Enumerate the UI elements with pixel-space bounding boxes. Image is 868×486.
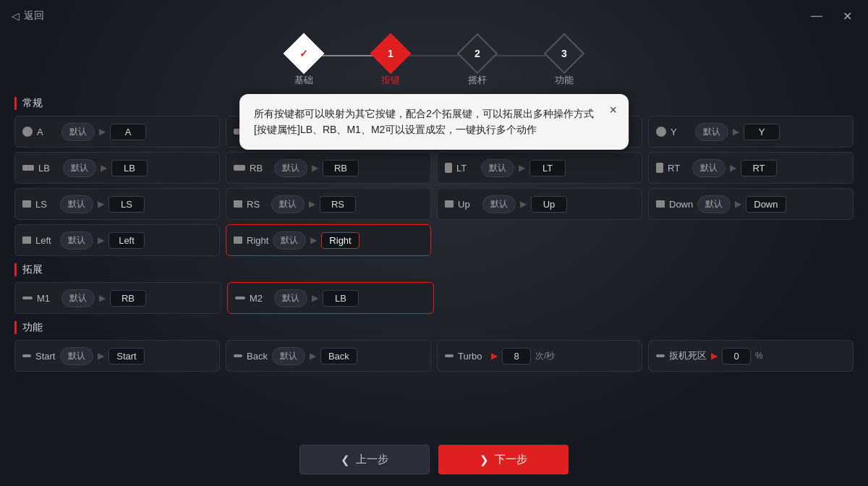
title-bar: ◁ 返回 — ✕ <box>0 0 868 32</box>
key-lb-default-btn[interactable]: 默认 <box>63 159 96 177</box>
deadzone-arrow: ▶ <box>711 351 718 361</box>
bottom-bar: ❮ 上一步 ❯ 下一步 <box>0 436 868 486</box>
step-3: 2 摇杆 <box>463 39 492 87</box>
icon-m1 <box>22 297 33 299</box>
step-1: ✓ 基础 <box>289 39 318 87</box>
back-button[interactable]: ◁ 返回 <box>12 9 44 22</box>
icon-down <box>656 200 665 208</box>
step-4-icon: 3 <box>561 48 567 59</box>
key-start-label: Start <box>35 351 56 362</box>
prev-label: 上一步 <box>356 453 388 466</box>
next-label: 下一步 <box>495 453 527 466</box>
close-button[interactable]: ✕ <box>838 8 856 25</box>
key-start-value: Start <box>109 348 145 364</box>
step-4-diamond: 3 <box>544 33 585 74</box>
key-y-arrow: ▶ <box>733 127 739 137</box>
function-row-1: Start 默认 ▶ Start Back 默认 ▶ Back Turbo ▶ … <box>14 340 854 372</box>
key-up-default-btn[interactable]: 默认 <box>482 195 516 213</box>
icon-up <box>445 200 454 208</box>
key-rs-default-btn[interactable]: 默认 <box>271 195 305 213</box>
section-expand-title: 拓展 <box>14 263 854 276</box>
step-3-icon: 2 <box>475 48 480 59</box>
key-rt-card: RT 默认 ▶ RT <box>648 152 854 184</box>
back-label: 返回 <box>24 9 44 22</box>
key-lb-arrow: ▶ <box>101 163 107 173</box>
key-lt-card: LT 默认 ▶ LT <box>437 152 642 184</box>
icon-lb <box>22 165 34 171</box>
key-rs-label: RS <box>247 199 267 210</box>
tooltip-popup: 所有按键都可以映射为其它按键，配合2个拓展键，可以拓展出多种操作方式 [按键属性… <box>239 94 629 150</box>
key-down-arrow: ▶ <box>735 199 741 209</box>
step-4-label: 功能 <box>555 74 574 87</box>
step-2-diamond: 1 <box>370 33 412 74</box>
step-3-diamond: 2 <box>457 33 498 74</box>
icon-rb <box>234 165 245 171</box>
minimize-button[interactable]: — <box>807 8 827 25</box>
icon-back <box>234 354 242 357</box>
key-a-value: A <box>110 124 146 140</box>
key-rs-arrow: ▶ <box>309 199 315 209</box>
key-ls-default-btn[interactable]: 默认 <box>60 195 93 213</box>
key-rb-default-btn[interactable]: 默认 <box>274 159 307 177</box>
turbo-arrow: ▶ <box>491 351 498 361</box>
key-start-card: Start 默认 ▶ Start <box>14 340 220 372</box>
icon-start <box>22 354 31 357</box>
key-rb-value: RB <box>323 160 359 176</box>
key-lt-default-btn[interactable]: 默认 <box>481 159 514 177</box>
key-back-default-btn[interactable]: 默认 <box>272 347 305 365</box>
key-up-card: Up 默认 ▶ Up <box>437 188 642 220</box>
key-rt-default-btn[interactable]: 默认 <box>692 159 726 177</box>
section-function-title: 功能 <box>14 321 854 334</box>
key-right-value: Right <box>321 232 359 249</box>
step-2: 1 按键 <box>376 39 405 87</box>
next-button[interactable]: ❯ 下一步 <box>438 445 569 474</box>
key-lb-label: LB <box>38 163 59 174</box>
icon-turbo <box>445 354 454 357</box>
key-start-default-btn[interactable]: 默认 <box>60 347 93 365</box>
section-expand: 拓展 M1 默认 ▶ RB M2 默认 ▶ LB <box>14 263 854 314</box>
turbo-unit: 次/秒 <box>535 350 555 362</box>
step-connector-2 <box>405 55 463 56</box>
key-start-arrow: ▶ <box>98 351 104 361</box>
key-down-card: Down 默认 ▶ Down <box>648 188 854 220</box>
tooltip-close-button[interactable]: × <box>609 103 617 118</box>
turbo-value: 8 <box>502 348 531 364</box>
key-lt-value: LT <box>529 160 566 176</box>
key-y-value: Y <box>744 124 780 140</box>
step-1-diamond: ✓ <box>284 33 325 74</box>
key-back-card: Back 默认 ▶ Back <box>226 340 431 372</box>
key-rb-label: RB <box>250 163 270 174</box>
key-placeholder-1 <box>437 224 642 256</box>
key-ls-value: LS <box>109 196 145 213</box>
key-a-label: A <box>37 127 57 137</box>
tooltip-line2: [按键属性]LB、RB、M1、M2可以设置成宏，一键执行多个动作 <box>254 122 594 137</box>
key-y-default-btn[interactable]: 默认 <box>695 123 728 141</box>
key-down-default-btn[interactable]: 默认 <box>697 195 731 213</box>
prev-icon: ❮ <box>341 453 350 466</box>
key-m1-card: M1 默认 ▶ RB <box>14 282 221 314</box>
step-4: 3 功能 <box>550 39 579 87</box>
key-m1-arrow: ▶ <box>99 293 106 303</box>
key-left-value: Left <box>109 232 145 249</box>
key-left-arrow: ▶ <box>98 235 104 245</box>
prev-button[interactable]: ❮ 上一步 <box>299 445 430 474</box>
key-lt-label: LT <box>456 163 477 174</box>
key-left-default-btn[interactable]: 默认 <box>60 231 93 250</box>
icon-y <box>656 127 666 137</box>
key-m1-default-btn[interactable]: 默认 <box>61 289 95 307</box>
icon-ls <box>22 200 31 208</box>
key-deadzone-card: 扳机死区 ▶ 0 % <box>648 340 854 372</box>
key-m2-default-btn[interactable]: 默认 <box>274 289 307 307</box>
key-rt-arrow: ▶ <box>730 163 736 173</box>
general-row-4: Left 默认 ▶ Left Right 默认 ▶ Right <box>14 224 854 256</box>
key-left-card: Left 默认 ▶ Left <box>14 224 220 256</box>
deadzone-unit: % <box>755 351 763 361</box>
step-1-label: 基础 <box>294 74 313 87</box>
key-right-default-btn[interactable]: 默认 <box>273 231 306 250</box>
key-lb-value: LB <box>111 160 148 176</box>
key-a-default-btn[interactable]: 默认 <box>61 123 95 141</box>
tooltip-line1: 所有按键都可以映射为其它按键，配合2个拓展键，可以拓展出多种操作方式 <box>254 106 594 122</box>
step-connector-3 <box>492 55 550 56</box>
key-up-value: Up <box>531 196 567 213</box>
key-back-arrow: ▶ <box>310 351 316 361</box>
